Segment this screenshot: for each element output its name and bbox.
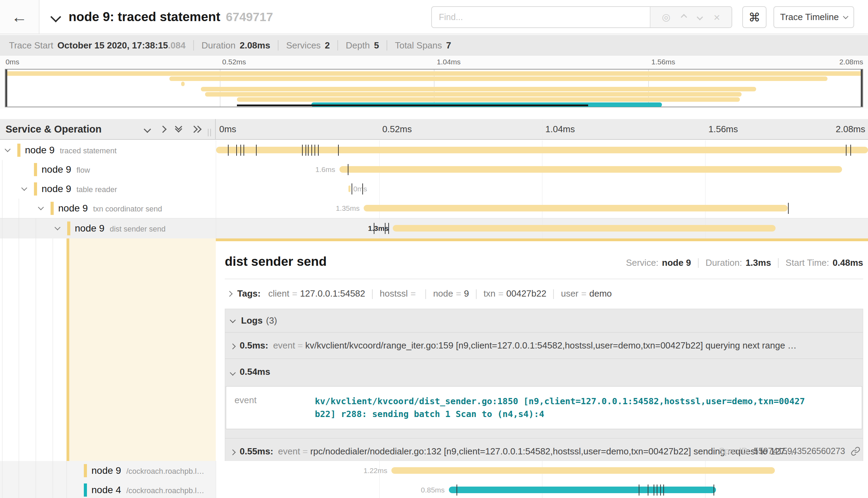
- span-row[interactable]: node 4/cockroach.roachpb.l…0.85ms: [0, 480, 868, 498]
- find-input[interactable]: [432, 7, 650, 27]
- clear-search-icon[interactable]: ×: [714, 12, 720, 23]
- span-row[interactable]: node 9table reader0ms: [0, 179, 868, 199]
- logs-header[interactable]: Logs (3): [225, 309, 863, 332]
- log-entry[interactable]: 0.5ms:event=kv/kvclient/kvcoord/range_it…: [225, 332, 863, 359]
- span-timeline-cell: 1.35ms: [216, 199, 868, 218]
- collapse-log-icon[interactable]: [230, 370, 236, 376]
- span-duration-label: 1.35ms: [336, 204, 360, 212]
- span-bar[interactable]: [393, 225, 776, 232]
- tag-value: 127.0.0.1:54582: [300, 288, 365, 299]
- minimap-view-bar[interactable]: [237, 105, 588, 106]
- span-bar[interactable]: [449, 487, 716, 493]
- tag-value: 9: [464, 288, 469, 299]
- view-selector-button[interactable]: Trace Timeline: [773, 6, 854, 28]
- minimap-left-scrubber[interactable]: [6, 70, 7, 107]
- span-tree-cell: node 9table reader: [0, 179, 216, 199]
- collapse-logs-icon[interactable]: [230, 317, 236, 323]
- expand-one-icon[interactable]: [160, 127, 166, 132]
- prev-result-icon[interactable]: [681, 14, 687, 20]
- log-entry[interactable]: 0.54ms: [225, 359, 863, 385]
- expand-all-icon[interactable]: [192, 127, 201, 132]
- service-name: node 4: [91, 485, 121, 496]
- span-timeline-cell: 1.3ms: [216, 218, 868, 238]
- collapse-trace-icon[interactable]: [50, 11, 61, 22]
- span-row[interactable]: node 9flow1.6ms: [0, 160, 868, 179]
- next-result-icon[interactable]: [697, 14, 703, 20]
- span-tree-cell: node 9txn coordinator send: [0, 199, 216, 218]
- keyboard-shortcuts-button[interactable]: ⌘: [742, 6, 767, 28]
- span-name-group[interactable]: node 9/cockroach.roachpb.l…: [91, 465, 204, 476]
- log-marker-tick: [657, 485, 657, 496]
- minimap-span-bar: [201, 87, 756, 91]
- span-bar[interactable]: [339, 166, 842, 173]
- trace-id: 6749717: [226, 10, 273, 24]
- minimap-tick-label: 1.56ms: [652, 58, 675, 66]
- expand-log-icon[interactable]: [230, 344, 236, 350]
- operation-name: txn coordinator send: [93, 205, 162, 214]
- span-bar[interactable]: [391, 467, 775, 474]
- locate-icon[interactable]: ◎: [662, 12, 670, 22]
- span-bar[interactable]: [364, 205, 787, 211]
- log-marker-tick: [308, 145, 309, 156]
- collapse-all-icon[interactable]: [176, 127, 181, 132]
- expand-tags-icon[interactable]: [227, 291, 233, 297]
- service-operation-title: Service & Operation: [6, 124, 101, 135]
- span-duration-label: 0ms: [353, 185, 367, 193]
- log-timestamp: 0.5ms:: [240, 340, 268, 351]
- span-name-group[interactable]: node 9table reader: [42, 183, 117, 194]
- span-name-group[interactable]: node 9dist sender send: [75, 223, 166, 234]
- deep-link-icon[interactable]: [851, 446, 860, 456]
- log-marker-tick: [318, 145, 319, 156]
- ruler-tick-label: 1.04ms: [546, 124, 575, 135]
- tree-chevron-icon[interactable]: [38, 205, 44, 210]
- ruler-gridline: [542, 119, 542, 139]
- trace-minimap: 0ms0.52ms1.04ms1.56ms2.08ms: [0, 56, 868, 109]
- collapse-one-icon[interactable]: [145, 127, 150, 132]
- page-title: node 9: traced statement: [69, 10, 220, 24]
- service-color-bar: [34, 182, 37, 196]
- span-bar[interactable]: [216, 147, 868, 153]
- span-row[interactable]: node 9txn coordinator send1.35ms: [0, 199, 868, 218]
- depth-value: 5: [374, 40, 379, 51]
- span-name-group[interactable]: node 9txn coordinator send: [58, 203, 162, 214]
- tags-row[interactable]: Tags: client=127.0.0.1:54582hostssl=node…: [225, 288, 863, 299]
- view-selector-label: Trace Timeline: [780, 12, 839, 22]
- column-resize-handle[interactable]: [208, 129, 211, 136]
- tree-chevron-icon[interactable]: [21, 185, 27, 191]
- indent-guide: [67, 461, 67, 480]
- span-row[interactable]: node 9dist sender send1.3ms: [0, 218, 868, 238]
- span-id-label: SpanID:: [719, 446, 750, 456]
- minimap-canvas[interactable]: [5, 69, 863, 107]
- expand-log-icon[interactable]: [230, 450, 236, 455]
- divider: [372, 289, 373, 299]
- log-marker-tick: [663, 485, 664, 496]
- trace-start-value: October 15 2020, 17:38:15: [57, 40, 168, 51]
- depth-label: Depth: [346, 40, 370, 51]
- span-name-group[interactable]: node 9flow: [42, 164, 90, 175]
- span-id-value: 5597415943526560273: [754, 446, 845, 456]
- service-operation-header: Service & Operation: [0, 119, 216, 139]
- tree-chevron-icon[interactable]: [55, 225, 61, 230]
- span-name-group[interactable]: node 9traced statement: [25, 145, 117, 156]
- divider: [387, 40, 387, 51]
- back-button[interactable]: ←: [0, 0, 39, 34]
- start-time-label: Start Time:: [786, 257, 829, 268]
- tree-chevron-icon[interactable]: [5, 146, 11, 152]
- service-color-bar: [84, 464, 87, 477]
- span-row[interactable]: node 9traced statement: [0, 141, 868, 160]
- log-timestamp: 0.55ms:: [240, 446, 273, 456]
- indent-guide: [2, 238, 2, 461]
- minimap-right-scrubber[interactable]: [861, 70, 862, 107]
- log-marker-tick: [714, 485, 714, 496]
- log-field-key: event: [278, 446, 300, 456]
- logs-title: Logs: [241, 315, 263, 326]
- log-marker-tick: [348, 164, 348, 175]
- service-name: node 9: [25, 145, 55, 156]
- span-bar[interactable]: [348, 185, 351, 192]
- log-marker-tick: [256, 145, 257, 156]
- span-name-group[interactable]: node 4/cockroach.roachpb.l…: [91, 485, 204, 496]
- span-row[interactable]: node 9/cockroach.roachpb.l…1.22ms: [0, 461, 868, 480]
- span-duration-label: 0.85ms: [421, 486, 445, 494]
- service-value: node 9: [662, 257, 691, 268]
- span-tree-cell: node 4/cockroach.roachpb.l…: [0, 480, 216, 498]
